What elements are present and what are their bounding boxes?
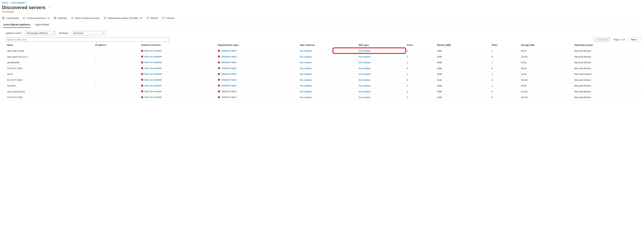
cell-sql: Not enabled xyxy=(298,54,357,60)
sql-link[interactable]: Not enabled xyxy=(300,96,312,99)
export-button[interactable]: Export software inventory xyxy=(71,17,100,19)
columns-label: Columns xyxy=(166,17,174,19)
web-link[interactable]: Not enabled xyxy=(358,79,370,81)
col-ip[interactable]: IP address xyxy=(94,42,139,48)
col-storage[interactable]: Storage (GB) xyxy=(519,42,572,48)
cell-name: SS-VCVT-19DC xyxy=(2,77,94,83)
sql-link[interactable]: Not enabled xyxy=(300,67,312,70)
software-link[interactable]: Data not available xyxy=(144,84,162,87)
tab-import[interactable]: Import based xyxy=(35,23,49,28)
cell-os: Microsoft Windov xyxy=(572,48,642,54)
web-link[interactable]: Not enabled xyxy=(358,84,370,87)
col-disks[interactable]: Disks xyxy=(490,42,519,48)
table-row[interactable]: SS-VCVT-12DC - Data not available Valida… xyxy=(2,95,642,100)
tab-appliance[interactable]: Azure Migrate appliance xyxy=(3,23,30,28)
previous-page-button[interactable]: < Previous xyxy=(594,38,611,42)
software-link[interactable]: Data not available xyxy=(144,79,162,81)
cell-dep: Validation failed xyxy=(216,54,298,60)
search-input[interactable] xyxy=(6,38,169,42)
error-icon xyxy=(141,67,143,69)
breadcrumb-home[interactable]: Home xyxy=(2,1,8,4)
web-link[interactable]: Not enabled xyxy=(358,67,370,70)
cell-soft: Data not available xyxy=(139,95,216,100)
cell-soft: Data not available xyxy=(139,83,216,89)
cell-ip: - xyxy=(94,89,139,95)
cell-dep: Validation failed xyxy=(216,83,298,89)
table-row[interactable]: saku-spool-2k12r2 - Data not available V… xyxy=(2,89,642,95)
cell-cores: 2 xyxy=(405,95,436,100)
software-link[interactable]: Data not available xyxy=(144,55,162,58)
replicate-button[interactable]: Replicate xyxy=(54,17,67,19)
cell-dep: Validation failed xyxy=(216,65,298,71)
web-link[interactable]: Not enabled xyxy=(358,50,370,52)
sql-link[interactable]: Not enabled xyxy=(300,73,312,75)
sql-link[interactable]: Not enabled xyxy=(300,84,312,87)
col-os[interactable]: Operating system xyxy=(572,42,642,48)
col-web[interactable]: Web apps xyxy=(357,42,405,48)
dependency-link[interactable]: Validation failed xyxy=(221,67,236,70)
download-icon xyxy=(71,17,74,19)
table-row[interactable]: saku-2k8r2-net35 - Data not available Va… xyxy=(2,48,642,54)
cell-mem: 4096 xyxy=(435,83,490,89)
table-row[interactable]: SS-VCVT-16DC - Data not available Valida… xyxy=(2,65,642,71)
breadcrumb-azure-migrate[interactable]: Azure Migrate xyxy=(11,1,25,4)
col-name[interactable]: Name xyxy=(2,42,94,48)
cell-ip: - xyxy=(94,60,139,66)
web-link[interactable]: Not enabled xyxy=(358,96,370,99)
web-link[interactable]: Not enabled xyxy=(358,56,370,58)
columns-button[interactable]: Columns xyxy=(162,17,174,19)
more-actions-icon[interactable]: ⋯ xyxy=(48,6,51,10)
sql-link[interactable]: Not enabled xyxy=(300,50,312,52)
cell-mem: 2048 xyxy=(435,95,490,100)
software-link[interactable]: Data not available xyxy=(144,90,162,93)
dependency-link[interactable]: Validation failed xyxy=(221,79,236,81)
col-soft[interactable]: Software inventory xyxy=(139,42,216,48)
web-link[interactable]: Not enabled xyxy=(358,90,370,93)
software-link[interactable]: Data not available xyxy=(144,96,162,98)
sql-link[interactable]: Not enabled xyxy=(300,61,312,64)
sql-link[interactable]: Not enabled xyxy=(300,56,312,58)
cell-storage: 16.00 xyxy=(519,71,572,77)
sql-link[interactable]: Not enabled xyxy=(300,79,312,81)
dependency-link[interactable]: Validation failed xyxy=(221,50,236,52)
create-assessment-button[interactable]: Create assessment xyxy=(23,17,50,19)
table-row[interactable]: SS-VCVT-19DC - Data not available Valida… xyxy=(2,77,642,83)
next-page-button[interactable]: Next > xyxy=(628,38,641,42)
cell-sql: Not enabled xyxy=(298,48,357,54)
cell-cores: 1 xyxy=(405,83,436,89)
col-dep[interactable]: Dependencies (Age… xyxy=(216,42,298,48)
col-cores[interactable]: Cores xyxy=(405,42,436,48)
appliance-name-select[interactable]: airsonicapp (VMware) xyxy=(25,31,55,35)
dependency-link[interactable]: Validation failed xyxy=(221,55,236,58)
table-row[interactable]: saku-spool-2k12r2-o… - Data not availabl… xyxy=(2,54,642,60)
cell-storage: 40.00 xyxy=(519,83,572,89)
software-link[interactable]: Data not available xyxy=(144,61,162,64)
table-row[interactable]: win2k8net35 - Data not available Validat… xyxy=(2,60,642,66)
dependency-link[interactable]: Validation failed xyxy=(221,84,236,87)
create-group-button[interactable]: Create group xyxy=(2,17,19,19)
workload-label: Workload xyxy=(59,32,68,34)
dependency-link[interactable]: Validation failed xyxy=(221,61,236,64)
cell-name: win2k8r2 xyxy=(2,83,94,89)
dependency-link[interactable]: Validation failed xyxy=(221,96,236,98)
dependency-link[interactable]: Validation failed xyxy=(221,90,236,93)
error-icon xyxy=(141,90,143,93)
web-link[interactable]: Not enabled xyxy=(358,61,370,64)
error-icon xyxy=(141,96,143,98)
table-row[interactable]: win2k8r2 - Data not available Validation… xyxy=(2,83,642,89)
table-row[interactable]: linux1 - Data not available Validation f… xyxy=(2,71,642,77)
cell-mem: 4096 xyxy=(435,65,490,71)
software-link[interactable]: Data not available xyxy=(144,73,162,75)
col-mem[interactable]: Memory (MB) xyxy=(435,42,490,48)
cell-dep: Validation failed xyxy=(216,77,298,83)
software-link[interactable]: Data not available xyxy=(144,50,162,52)
dependency-analysis-button[interactable]: Dependency analysis (Preview) xyxy=(104,17,142,19)
software-link[interactable]: Data not available xyxy=(144,67,162,70)
refresh-button[interactable]: Refresh xyxy=(146,17,158,19)
cell-os: Microsoft Windov xyxy=(572,60,642,66)
workload-select[interactable]: All servers xyxy=(72,31,106,35)
dependency-link[interactable]: Validation failed xyxy=(221,73,236,75)
sql-link[interactable]: Not enabled xyxy=(300,90,312,93)
col-sql[interactable]: SQL instances xyxy=(298,42,357,48)
web-link[interactable]: Not enabled xyxy=(358,73,370,75)
